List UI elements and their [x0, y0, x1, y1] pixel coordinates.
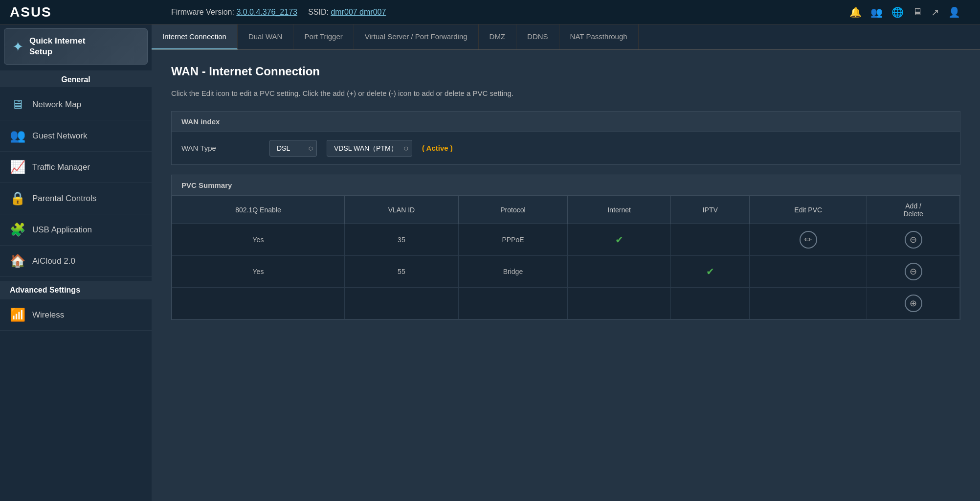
empty-col3	[458, 287, 567, 319]
row2-vlan-id: 55	[344, 255, 458, 287]
col-header-add-delete: Add /Delete	[867, 196, 960, 224]
sidebar-item-label-usb-application: USB Application	[32, 225, 92, 235]
quick-setup-icon: ✦	[12, 39, 23, 55]
wan-mode-select-wrapper: VDSL WAN（PTM） ADSL WAN	[327, 140, 412, 157]
table-row: Yes 35 PPPoE ✔ ✏ ⊖	[172, 224, 960, 255]
aicloud-icon: 🏠	[10, 253, 25, 269]
tabs: Internet Connection Dual WAN Port Trigge…	[152, 24, 980, 50]
tab-internet-connection[interactable]: Internet Connection	[152, 24, 238, 49]
instruction-text: Click the Edit icon to edit a PVC settin…	[171, 88, 960, 99]
col-header-8021q: 802.1Q Enable	[172, 196, 345, 224]
col-header-protocol: Protocol	[458, 196, 567, 224]
top-bar: ASUS Firmware Version: 3.0.0.4.376_2173 …	[0, 0, 980, 24]
wan-type-select[interactable]: DSL Ethernet	[269, 140, 317, 157]
wan-index-section: WAN index WAN Type DSL Ethernet VDSL WAN…	[171, 111, 960, 165]
wan-type-select-wrapper: DSL Ethernet	[269, 140, 317, 157]
firmware-info: Firmware Version: 3.0.0.4.376_2173 SSID:…	[161, 8, 849, 17]
tab-dmz[interactable]: DMZ	[479, 24, 517, 49]
quick-setup-label: Quick InternetSetup	[29, 36, 85, 57]
parental-controls-icon: 🔒	[10, 191, 25, 206]
internet-check-row1: ✔	[615, 234, 624, 245]
top-icons: 🔔 👥 🌐 🖥 ↗ 👤	[849, 6, 970, 18]
content-area: Internet Connection Dual WAN Port Trigge…	[152, 24, 980, 501]
add-row: ⊕	[867, 287, 960, 319]
logo-text: ASUS	[10, 4, 52, 20]
main-layout: ✦ Quick InternetSetup General 🖥 Network …	[0, 24, 980, 501]
row1-8021q: Yes	[172, 224, 345, 255]
row1-edit-pvc: ✏	[750, 224, 867, 255]
col-header-iptv: IPTV	[671, 196, 750, 224]
page-content: WAN - Internet Connection Click the Edit…	[152, 50, 980, 501]
advanced-section: Advanced Settings	[0, 281, 152, 299]
page-title: WAN - Internet Connection	[171, 65, 960, 78]
edit-pvc-row1-button[interactable]: ✏	[800, 231, 817, 249]
profile-icon[interactable]: 👤	[948, 6, 960, 18]
tab-nat-passthrough[interactable]: NAT Passthrough	[559, 24, 639, 49]
iptv-check-row2: ✔	[706, 266, 714, 277]
sidebar-item-label-traffic-manager: Traffic Manager	[32, 162, 90, 172]
empty-col5	[671, 287, 750, 319]
monitor-icon[interactable]: 🖥	[913, 6, 922, 18]
globe-icon[interactable]: 🌐	[891, 6, 904, 18]
logo-area: ASUS	[10, 4, 161, 20]
sidebar-item-guest-network[interactable]: 👥 Guest Network	[0, 120, 152, 152]
sidebar-item-parental-controls[interactable]: 🔒 Parental Controls	[0, 183, 152, 214]
sidebar-item-network-map[interactable]: 🖥 Network Map	[0, 89, 152, 120]
usb-application-icon: 🧩	[10, 222, 25, 237]
delete-row1-button[interactable]: ⊖	[905, 231, 922, 249]
sidebar-item-label-network-map: Network Map	[32, 100, 81, 110]
tab-dual-wan[interactable]: Dual WAN	[238, 24, 293, 49]
share-icon[interactable]: ↗	[931, 6, 939, 18]
row1-iptv	[671, 224, 750, 255]
bell-icon[interactable]: 🔔	[849, 6, 862, 18]
sidebar: ✦ Quick InternetSetup General 🖥 Network …	[0, 24, 152, 501]
tab-ddns[interactable]: DDNS	[516, 24, 559, 49]
sidebar-item-usb-application[interactable]: 🧩 USB Application	[0, 214, 152, 246]
users-icon[interactable]: 👥	[870, 6, 883, 18]
row2-protocol: Bridge	[458, 255, 567, 287]
sidebar-item-label-wireless: Wireless	[32, 310, 64, 320]
active-badge: ( Active )	[422, 144, 453, 152]
add-row-button[interactable]: ⊕	[905, 295, 922, 312]
wan-type-row: WAN Type DSL Ethernet VDSL WAN（PTM） ADSL…	[172, 132, 960, 164]
col-header-vlan: VLAN ID	[344, 196, 458, 224]
col-header-internet: Internet	[568, 196, 671, 224]
delete-row2-button[interactable]: ⊖	[905, 263, 922, 280]
wireless-icon: 📶	[10, 307, 25, 322]
row1-internet: ✔	[568, 224, 671, 255]
empty-col4	[568, 287, 671, 319]
pvc-summary-header: PVC Summary	[172, 175, 960, 196]
firmware-version[interactable]: 3.0.0.4.376_2173	[236, 8, 297, 16]
firmware-label: Firmware Version:	[171, 8, 234, 16]
guest-network-icon: 👥	[10, 128, 25, 143]
sidebar-item-label-aicloud: AiCloud 2.0	[32, 256, 75, 266]
tab-virtual-server[interactable]: Virtual Server / Port Forwarding	[354, 24, 479, 49]
sidebar-item-wireless[interactable]: 📶 Wireless	[0, 299, 152, 331]
empty-col1	[172, 287, 345, 319]
ssid-value[interactable]: dmr007 dmr007	[331, 8, 386, 16]
sidebar-item-traffic-manager[interactable]: 📈 Traffic Manager	[0, 152, 152, 183]
wan-mode-select[interactable]: VDSL WAN（PTM） ADSL WAN	[327, 140, 412, 157]
quick-setup-item[interactable]: ✦ Quick InternetSetup	[4, 28, 148, 65]
empty-col2	[344, 287, 458, 319]
network-map-icon: 🖥	[10, 97, 25, 112]
table-row-empty: ⊕	[172, 287, 960, 319]
row1-vlan-id: 35	[344, 224, 458, 255]
sidebar-item-label-parental-controls: Parental Controls	[32, 194, 96, 204]
row2-internet	[568, 255, 671, 287]
pvc-table: 802.1Q Enable VLAN ID Protocol Internet …	[172, 196, 960, 319]
sidebar-item-aicloud[interactable]: 🏠 AiCloud 2.0	[0, 246, 152, 277]
row2-edit-pvc	[750, 255, 867, 287]
row2-iptv: ✔	[671, 255, 750, 287]
sidebar-item-label-guest-network: Guest Network	[32, 131, 87, 141]
tab-port-trigger[interactable]: Port Trigger	[293, 24, 354, 49]
col-header-edit-pvc: Edit PVC	[750, 196, 867, 224]
wan-type-label: WAN Type	[181, 144, 260, 152]
wan-index-header: WAN index	[172, 112, 960, 132]
row1-delete: ⊖	[867, 224, 960, 255]
row2-delete: ⊖	[867, 255, 960, 287]
pvc-summary-section: PVC Summary 802.1Q Enable VLAN ID Protoc…	[171, 175, 960, 320]
traffic-manager-icon: 📈	[10, 159, 25, 175]
row2-8021q: Yes	[172, 255, 345, 287]
general-section-label: General	[0, 70, 152, 87]
